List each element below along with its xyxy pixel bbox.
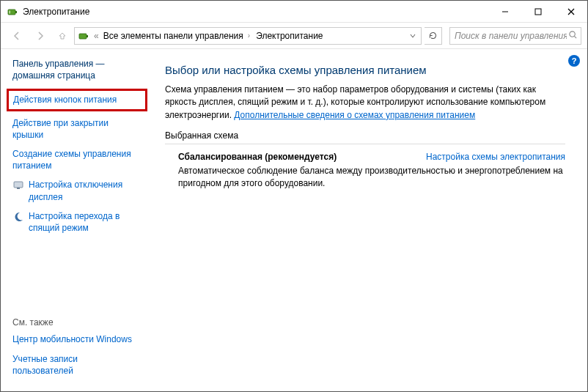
sidebar-item-label: Действия кнопок питания — [13, 94, 117, 106]
sidebar: Панель управления — домашняя страница Де… — [1, 49, 155, 391]
svg-line-10 — [574, 36, 576, 38]
window-title: Электропитание — [23, 7, 89, 17]
plan-settings-link[interactable]: Настройка схемы электропитания — [426, 152, 565, 162]
refresh-button[interactable] — [425, 27, 442, 45]
power-icon — [7, 6, 18, 18]
nav-row: « Все элементы панели управления › Элект… — [1, 23, 587, 49]
search-input[interactable] — [453, 30, 568, 42]
back-button[interactable] — [7, 26, 27, 46]
sidebar-item-label: Центр мобильности Windows — [12, 333, 132, 345]
plan-name: Сбалансированная (рекомендуется) — [178, 152, 337, 162]
breadcrumb-label: Электропитание — [256, 31, 323, 41]
chevron-right-icon: › — [248, 32, 250, 40]
forward-button[interactable] — [30, 26, 51, 46]
breadcrumb-label: Все элементы панели управления — [103, 31, 243, 41]
sidebar-item-sleep[interactable]: Настройка перехода в спящий режим — [12, 210, 147, 234]
sidebar-item-label: Учетные записи пользователей — [12, 353, 78, 377]
sidebar-item-label: Панель управления — домашняя страница — [12, 58, 105, 81]
power-icon — [78, 30, 89, 42]
sidebar-item-label: Настройка отключения дисплея — [29, 179, 122, 202]
sidebar-item-label: Создание схемы управления питанием — [12, 148, 131, 171]
svg-rect-1 — [15, 11, 17, 13]
sidebar-user-accounts[interactable]: Учетные записи пользователей — [12, 353, 147, 377]
svg-rect-11 — [14, 182, 23, 188]
search-icon — [568, 30, 578, 42]
content-area: ? Панель управления — домашняя страница … — [1, 49, 587, 391]
svg-rect-7 — [79, 34, 87, 39]
address-dropdown[interactable] — [406, 28, 419, 44]
moon-icon — [12, 211, 24, 223]
page-heading: Выбор или настройка схемы управления пит… — [165, 64, 565, 76]
plan-description: Автоматическое соблюдение баланса между … — [165, 165, 565, 190]
svg-point-9 — [570, 31, 575, 36]
search-box[interactable] — [449, 27, 581, 45]
sidebar-item-label: Действие при закрытии крышки — [12, 117, 109, 141]
up-button[interactable] — [54, 27, 71, 45]
main-pane: Выбор или настройка схемы управления пит… — [155, 49, 587, 391]
sidebar-item-lid-action[interactable]: Действие при закрытии крышки — [12, 117, 147, 141]
sidebar-item-label: Настройка перехода в спящий режим — [29, 210, 120, 234]
sidebar-home-link[interactable]: Панель управления — домашняя страница — [12, 58, 147, 81]
page-description: Схема управления питанием — это набор па… — [165, 84, 565, 122]
see-also-label: См. также — [12, 317, 147, 328]
monitor-icon — [12, 180, 24, 191]
maximize-button[interactable] — [521, 1, 554, 23]
minimize-button[interactable] — [488, 1, 521, 23]
breadcrumb-left-sep: « — [92, 31, 100, 41]
titlebar: Электропитание — [1, 1, 587, 23]
svg-rect-8 — [87, 35, 88, 37]
sidebar-item-display-off[interactable]: Настройка отключения дисплея — [12, 179, 147, 202]
address-bar[interactable]: « Все элементы панели управления › Элект… — [74, 27, 422, 45]
selected-plan-label: Выбранная схема — [165, 130, 565, 144]
sidebar-item-create-plan[interactable]: Создание схемы управления питанием — [12, 148, 147, 171]
window-controls — [488, 1, 587, 22]
sidebar-item-power-buttons[interactable]: Действия кнопок питания — [7, 89, 147, 111]
svg-rect-2 — [10, 10, 11, 13]
close-button[interactable] — [554, 1, 587, 23]
help-icon[interactable]: ? — [568, 55, 580, 67]
sidebar-mobility-center[interactable]: Центр мобильности Windows — [12, 333, 147, 345]
svg-rect-4 — [535, 9, 541, 15]
breadcrumb-power[interactable]: Электропитание — [253, 28, 326, 44]
svg-rect-12 — [17, 188, 20, 189]
learn-more-link[interactable]: Дополнительные сведения о схемах управле… — [234, 110, 475, 120]
breadcrumb-all-items[interactable]: Все элементы панели управления › — [100, 28, 253, 44]
plan-row: Сбалансированная (рекомендуется) Настрой… — [165, 152, 565, 162]
